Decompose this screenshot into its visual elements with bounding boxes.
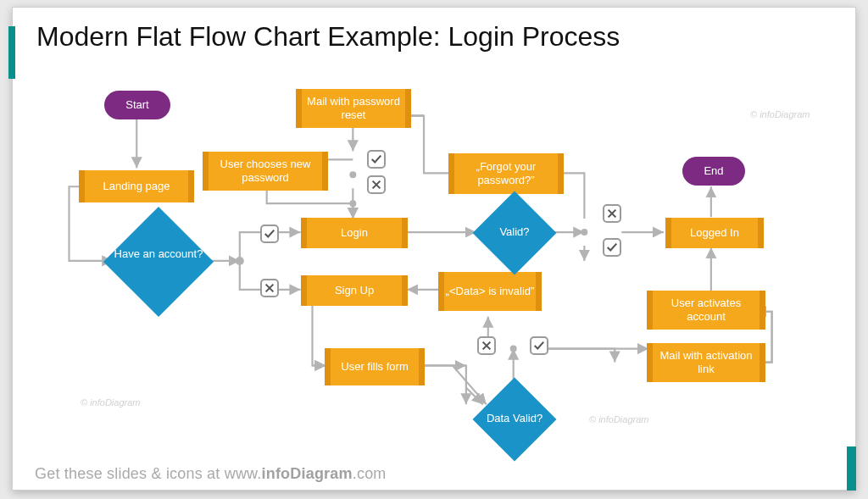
slide: Modern Flat Flow Chart Example: Login Pr… (12, 7, 856, 491)
check-icon (260, 225, 279, 243)
footer-domain-bold: infoDiagram (262, 465, 353, 482)
node-label: „Forgot your password?” (454, 160, 558, 186)
node-mail-reset: Mail with password reset (296, 89, 411, 128)
node-label: Landing page (103, 180, 170, 193)
node-data-invalid: „<Data> is invalid” (438, 272, 542, 311)
node-landing-page: Landing page (79, 170, 194, 202)
node-user-activates: User activates account (647, 291, 765, 330)
watermark: © infoDiagram (81, 397, 140, 408)
check-icon (367, 150, 386, 169)
node-user-fills-form: User fills form (325, 348, 425, 385)
node-logged-in: Logged In (665, 218, 764, 248)
node-label: Mail with password reset (302, 95, 405, 121)
watermark: © infoDiagram (589, 414, 648, 424)
node-forgot-password: „Forgot your password?” (448, 153, 564, 194)
node-label: User fills form (341, 360, 408, 374)
footer-domain-suffix: .com (353, 465, 387, 482)
node-login: Login (301, 218, 408, 248)
node-end: End (682, 157, 745, 186)
node-mail-activation: Mail with activation link (647, 343, 765, 382)
node-label: Start (125, 98, 148, 112)
node-label: Mail with activation link (653, 349, 760, 375)
cross-icon (603, 204, 621, 223)
footer-text: Get these slides & icons at (35, 465, 225, 482)
node-label: Data Valid? (464, 413, 565, 425)
node-label: Sign Up (335, 284, 374, 297)
node-choose-new-password: User chooses new password (203, 152, 328, 191)
node-label: End (704, 164, 723, 178)
node-label: Login (341, 226, 368, 240)
node-label: Logged In (690, 226, 739, 240)
check-icon (530, 336, 548, 355)
node-label: User activates account (653, 297, 760, 323)
footer-attribution: Get these slides & icons at www.infoDiag… (35, 465, 387, 483)
watermark: © infoDiagram (750, 109, 810, 119)
flowchart-canvas: Start End Mail with password reset User … (13, 8, 855, 490)
node-sign-up: Sign Up (301, 275, 408, 306)
check-icon (603, 238, 621, 257)
node-label: „<Data> is invalid” (446, 285, 535, 298)
node-start: Start (104, 91, 170, 119)
cross-icon (367, 175, 386, 194)
cross-icon (477, 336, 496, 355)
node-label: Have an account? (108, 248, 209, 261)
footer-domain-prefix: www. (225, 465, 262, 482)
node-label: Valid? (464, 226, 565, 239)
cross-icon (260, 279, 279, 297)
node-label: User chooses new password (209, 158, 322, 184)
